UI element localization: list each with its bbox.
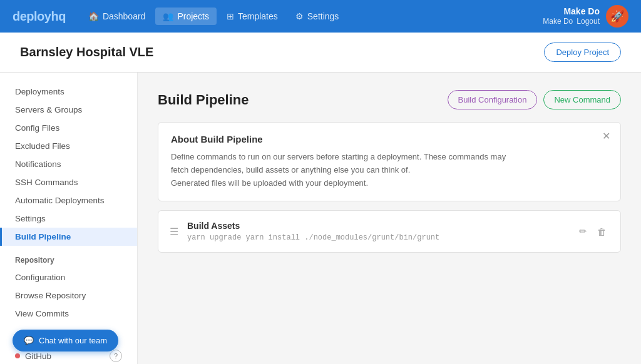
sidebar-item-settings[interactable]: Settings [0, 210, 137, 228]
info-card-text: Define commands to run on our servers be… [171, 151, 608, 190]
sidebar-item-build-pipeline[interactable]: Build Pipeline [0, 228, 137, 246]
nav-user-sub: Make Do Logout [543, 17, 600, 27]
home-icon: 🏠 [88, 11, 99, 21]
nav-logout-link[interactable]: Logout [577, 17, 600, 27]
command-actions: ✏ 🗑 [577, 223, 609, 240]
nav-dashboard-label: Dashboard [103, 11, 146, 21]
trash-icon: 🗑 [597, 226, 607, 237]
sidebar-item-deployments[interactable]: Deployments [0, 83, 137, 101]
command-info: Build Assets yarn upgrade yarn install .… [187, 221, 568, 242]
info-card-title: About Build Pipeline [171, 134, 608, 144]
navbar: deployhq 🏠 Dashboard 👥 Projects ⊞ Templa… [0, 0, 641, 33]
build-pipeline-title: Build Pipeline [158, 92, 249, 108]
brand-logo[interactable]: deployhq [13, 9, 66, 24]
info-line-3: Generated files will be uploaded with yo… [171, 178, 368, 188]
github-help-icon[interactable]: ? [110, 350, 122, 362]
repository-section-title: Repository [0, 246, 137, 268]
command-delete-button[interactable]: 🗑 [595, 223, 609, 240]
command-edit-button[interactable]: ✏ [577, 223, 590, 240]
sidebar-item-excluded-files[interactable]: Excluded Files [0, 137, 137, 155]
nav-dashboard[interactable]: 🏠 Dashboard [81, 8, 153, 25]
github-label: GitHub [25, 351, 51, 361]
chat-icon: 💬 [24, 336, 34, 345]
nav-projects[interactable]: 👥 Projects [155, 8, 217, 25]
build-configuration-button[interactable]: Build Configuration [448, 90, 538, 109]
sidebar-item-browse-repository[interactable]: Browse Repository [0, 286, 137, 305]
new-command-button[interactable]: New Command [543, 90, 621, 109]
edit-icon: ✏ [579, 226, 587, 236]
command-card: ☰ Build Assets yarn upgrade yarn install… [158, 210, 621, 253]
nav-user-info: Make Do Make Do Logout [543, 6, 600, 27]
github-left: GitHub [15, 351, 51, 361]
nav-make-do-link[interactable]: Make Do [543, 17, 573, 27]
nav-templates-label: Templates [238, 11, 278, 21]
info-line-2: fetch dependencies, build assets or anyt… [171, 165, 410, 174]
chat-widget[interactable]: 💬 Chat with our team [13, 330, 118, 351]
command-name: Build Assets [187, 221, 568, 231]
sidebar-item-notifications[interactable]: Notifications [0, 155, 137, 173]
sidebar-item-servers-groups[interactable]: Servers & Groups [0, 101, 137, 119]
settings-nav-icon: ⚙ [295, 11, 304, 21]
main-actions: Build Configuration New Command [448, 90, 621, 109]
command-code: yarn upgrade yarn install ./node_modules… [187, 233, 568, 242]
page-content: Deployments Servers & Groups Config File… [0, 73, 641, 364]
nav-right: Make Do Make Do Logout 🚀 [543, 5, 628, 28]
nav-settings-label: Settings [307, 11, 339, 21]
brand-name-part1: deploy [13, 9, 51, 23]
github-status-dot [15, 353, 20, 358]
brand-name-part2: hq [51, 9, 65, 23]
chat-label: Chat with our team [39, 336, 107, 345]
deploy-project-button[interactable]: Deploy Project [544, 43, 621, 62]
nav-links: 🏠 Dashboard 👥 Projects ⊞ Templates ⚙ Set… [81, 8, 538, 25]
sidebar-item-configuration[interactable]: Configuration [0, 268, 137, 286]
templates-icon: ⊞ [227, 11, 234, 21]
info-line-1: Define commands to run on our servers be… [171, 152, 506, 161]
info-card: About Build Pipeline ✕ Define commands t… [158, 122, 621, 201]
nav-avatar: 🚀 [606, 5, 628, 28]
sidebar-item-config-files[interactable]: Config Files [0, 119, 137, 137]
sidebar-item-automatic-deployments[interactable]: Automatic Deployments [0, 191, 137, 210]
project-title: Barnsley Hospital VLE [20, 45, 153, 59]
rocket-icon: 🚀 [610, 9, 624, 23]
command-list-icon: ☰ [170, 226, 178, 238]
info-card-close-button[interactable]: ✕ [602, 131, 610, 141]
nav-projects-label: Projects [177, 11, 209, 21]
main-header: Build Pipeline Build Configuration New C… [158, 90, 621, 109]
nav-templates[interactable]: ⊞ Templates [219, 8, 285, 25]
sidebar-item-view-commits[interactable]: View Commits [0, 305, 137, 323]
nav-settings[interactable]: ⚙ Settings [288, 8, 347, 25]
projects-icon: 👥 [163, 11, 173, 21]
sub-header: Barnsley Hospital VLE Deploy Project [0, 33, 641, 73]
sidebar: Deployments Servers & Groups Config File… [0, 73, 138, 364]
nav-user-name: Make Do [543, 6, 600, 17]
sidebar-item-ssh-commands[interactable]: SSH Commands [0, 173, 137, 191]
main-content: Build Pipeline Build Configuration New C… [138, 73, 641, 364]
